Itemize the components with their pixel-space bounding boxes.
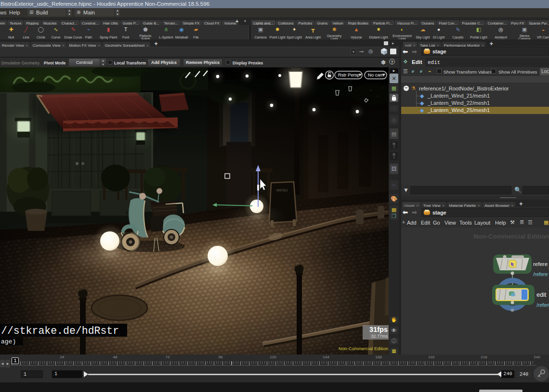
- svg-text:31fps: 31fps: [369, 326, 388, 333]
- svg-text://stkrake.de/hdRstr: //stkrake.de/hdRstr: [1, 325, 119, 337]
- svg-text:/refere: /refere: [533, 271, 548, 277]
- svg-text:edit: edit: [536, 291, 547, 298]
- svg-text:refere: refere: [533, 261, 548, 267]
- svg-text:No cam: No cam: [368, 72, 384, 77]
- svg-text:/referen: /referen: [536, 302, 549, 308]
- svg-text:Non-Commercial Edition: Non-Commercial Edition: [339, 346, 388, 351]
- svg-text:Rstr Persp: Rstr Persp: [338, 72, 360, 77]
- svg-text:MENU: MENU: [276, 188, 288, 192]
- svg-text:age): age): [1, 338, 16, 345]
- svg-text:32.77ms: 32.77ms: [371, 334, 388, 339]
